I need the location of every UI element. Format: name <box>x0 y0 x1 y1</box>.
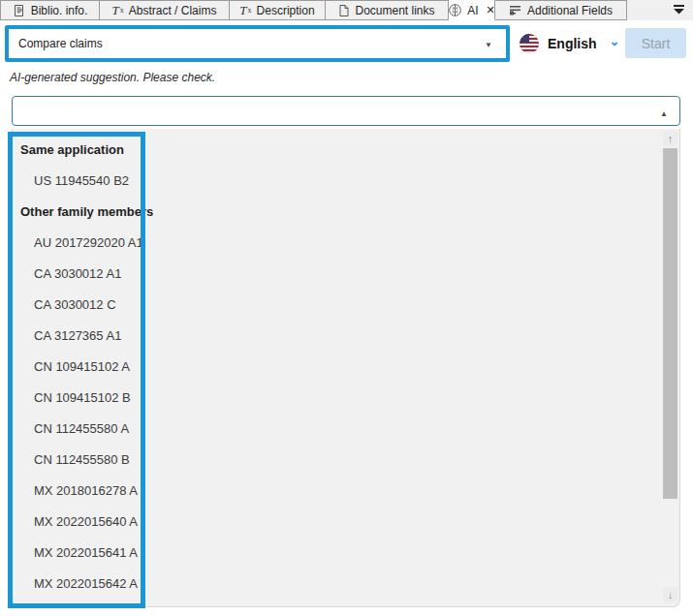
list-item-label: Same application <box>20 142 124 157</box>
list-group-header: Same application <box>13 134 303 165</box>
biblio-edit-icon <box>13 4 26 17</box>
fields-list-icon <box>509 5 522 16</box>
list-item-label: MX 2022015640 A <box>34 514 138 529</box>
list-item-label: CA 3030012 A1 <box>34 266 121 281</box>
tab-label: Biblio. info. <box>31 4 88 17</box>
list-item[interactable]: AU 2017292020 A1 <box>13 227 303 258</box>
list-item[interactable]: MX 2022015640 A <box>13 506 303 537</box>
list-item-label: CN 112455580 A <box>34 421 129 436</box>
list-item[interactable]: US 11945540 B2 <box>13 165 303 196</box>
list-item[interactable]: CA 3030012 A1 <box>13 258 303 289</box>
list-item-label: CA 3127365 A1 <box>34 328 121 343</box>
tab-overflow-icon[interactable] <box>672 3 685 16</box>
compare-claims-highlight: Compare claims <box>5 25 510 62</box>
tab-label: Document links <box>355 4 434 17</box>
list-item-label: Other family members <box>20 204 153 219</box>
close-icon[interactable] <box>487 5 495 15</box>
ai-action-select[interactable]: Compare claims <box>9 29 506 58</box>
us-flag-icon <box>520 34 539 53</box>
tab-label: Additional Fields <box>527 4 613 17</box>
ai-suggestion-note: AI-generated suggestion. Please check. <box>10 71 215 84</box>
list-item[interactable]: CN 109415102 B <box>13 382 303 413</box>
tab-label: Description <box>257 4 315 17</box>
patent-combobox[interactable] <box>12 96 680 126</box>
tab-abstract-claims[interactable]: Abstract / Claims <box>100 0 230 20</box>
tab-document-links[interactable]: Document links <box>326 0 449 20</box>
list-item[interactable]: CA 3127365 A1 <box>13 320 303 351</box>
list-item-label: MX 2022015642 A <box>34 576 138 591</box>
tab-ai[interactable]: AI <box>449 0 495 20</box>
list-item-label: CN 109415102 B <box>34 390 131 405</box>
ai-brain-icon <box>448 3 462 17</box>
scroll-up-icon[interactable] <box>663 131 677 146</box>
scroll-down-icon[interactable] <box>663 587 677 602</box>
list-item-label: MX 2022015641 A <box>34 545 138 560</box>
tab-label: AI <box>467 4 478 17</box>
list-group-header: Other family members <box>13 196 303 227</box>
list-item-label: CN 112455580 B <box>34 452 130 467</box>
list-item[interactable]: CN 112455580 B <box>13 444 303 475</box>
list-item-label: MX 2018016278 A <box>34 483 138 498</box>
list-item[interactable]: CN 112455580 A <box>13 413 303 444</box>
tab-bar: Biblio. info. Abstract / Claims Descript… <box>0 0 693 20</box>
language-label: English <box>548 36 597 51</box>
chevron-up-icon <box>660 103 668 120</box>
list-item[interactable]: MX 2022015642 A <box>13 568 303 599</box>
start-button[interactable]: Start <box>625 28 686 58</box>
document-icon <box>338 4 350 17</box>
tab-label: Abstract / Claims <box>129 4 217 17</box>
chevron-down-icon <box>485 37 492 50</box>
scrollbar-thumb[interactable] <box>663 148 677 499</box>
list-item-label: US 11945540 B2 <box>34 173 129 188</box>
list-item-label: CN 109415102 A <box>34 359 130 374</box>
patent-list: Same applicationUS 11945540 B2Other fami… <box>13 134 303 599</box>
text-subscript-icon <box>112 4 124 16</box>
tab-additional-fields[interactable]: Additional Fields <box>495 0 627 20</box>
chevron-down-icon <box>610 34 620 48</box>
tab-biblio-info[interactable]: Biblio. info. <box>0 0 100 20</box>
list-item-label: AU 2017292020 A1 <box>34 235 143 250</box>
selected-action: Compare claims <box>18 37 485 50</box>
patent-dropdown-panel: Same applicationUS 11945540 B2Other fami… <box>12 129 680 607</box>
scrollbar[interactable] <box>662 130 678 605</box>
language-selector[interactable]: English <box>520 30 619 57</box>
list-item[interactable]: CN 109415102 A <box>13 351 303 382</box>
tab-description[interactable]: Description <box>230 0 326 20</box>
tab-bar-filler <box>627 0 693 20</box>
list-item[interactable]: MX 2018016278 A <box>13 475 303 506</box>
text-subscript-icon <box>239 4 251 16</box>
list-item-label: CA 3030012 C <box>34 297 116 312</box>
list-item[interactable]: CA 3030012 C <box>13 289 303 320</box>
list-item[interactable]: MX 2022015641 A <box>13 537 303 568</box>
